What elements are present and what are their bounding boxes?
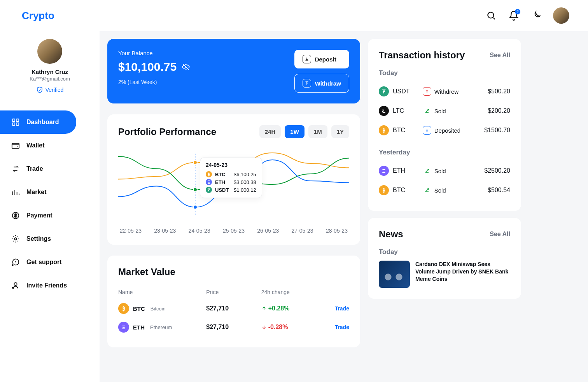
svg-rect-3 — [12, 123, 15, 125]
market-icon — [11, 187, 20, 197]
payment-icon — [11, 211, 20, 220]
shield-check-icon — [36, 86, 43, 93]
news-seeall[interactable]: See All — [490, 231, 510, 238]
tx-action-label: Sold — [434, 108, 446, 114]
transactions-card: Transaction history See All Today ₮USDT … — [368, 39, 521, 211]
notif-badge: 2 — [515, 9, 520, 14]
balance-amount: $10,100.75 — [118, 60, 177, 74]
sidebar-item-trade[interactable]: Trade — [0, 157, 100, 180]
xaxis-tick: 27-05-23 — [292, 228, 313, 234]
tooltip-row: ΞETH$3,000.38 — [206, 178, 256, 186]
search-icon[interactable] — [485, 10, 497, 21]
deposited-icon — [423, 126, 431, 135]
nav-label: Market — [26, 189, 47, 196]
xaxis-tick: 26-05-23 — [257, 228, 279, 234]
coin-name: Bitcoin — [150, 306, 166, 312]
wallet-icon — [11, 141, 20, 150]
tx-amount: $500.54 — [466, 187, 510, 194]
tx-amount: $500.20 — [466, 88, 510, 95]
tx-action-label: Sold — [434, 187, 446, 194]
profile-email: Ka***@gmail.com — [30, 76, 70, 82]
nav-label: Wallet — [26, 142, 45, 149]
xaxis-tick: 22-05-23 — [120, 228, 142, 234]
coin-icon: ₿ — [379, 125, 389, 135]
tx-symbol: ETH — [393, 167, 405, 174]
eye-off-icon[interactable] — [182, 63, 190, 71]
coin-symbol: BTC — [133, 305, 145, 312]
settings-icon — [11, 234, 20, 244]
sidebar-item-settings[interactable]: Settings — [0, 227, 100, 251]
range-tab-24h[interactable]: 24H — [259, 125, 281, 138]
nav-label: Get support — [26, 259, 62, 266]
transactions-seeall[interactable]: See All — [490, 52, 510, 59]
tx-symbol: BTC — [393, 187, 405, 194]
coin-change: +0.28% — [261, 305, 316, 312]
sidebar-item-dashboard[interactable]: Dashboard — [0, 110, 76, 134]
deposit-button[interactable]: Deposit — [294, 50, 349, 68]
tooltip-date: 24-05-23 — [206, 162, 256, 168]
svg-rect-4 — [16, 123, 19, 125]
brand-logo[interactable]: Crypto — [22, 10, 54, 22]
tx-group-label: Today — [379, 69, 510, 77]
news-card: News See All Today Cardano DEX Miniswap … — [368, 218, 521, 299]
upload-icon — [303, 79, 311, 88]
notifications-icon[interactable]: 2 — [508, 10, 520, 21]
balance-label: Your Balance — [118, 50, 190, 56]
coin-price: $27,710 — [206, 305, 261, 312]
tooltip-row: ₮USDT$1,000.12 — [206, 186, 256, 194]
range-tab-1y[interactable]: 1Y — [331, 125, 349, 138]
trade-icon — [11, 164, 20, 173]
invite-icon — [11, 281, 20, 290]
avatar[interactable] — [553, 7, 569, 24]
range-tab-1m[interactable]: 1M — [308, 125, 327, 138]
svg-point-0 — [488, 12, 494, 18]
transaction-row[interactable]: ₮USDT Withdrew $500.20 — [379, 82, 510, 101]
coin-price: $27,710 — [206, 324, 261, 331]
transaction-row[interactable]: ₿BTC Sold $500.54 — [379, 180, 510, 200]
coin-icon: Ł — [379, 106, 389, 116]
transactions-title: Transaction history — [379, 50, 465, 61]
tx-action-label: Withdrew — [434, 88, 459, 95]
theme-toggle-icon[interactable] — [530, 10, 542, 21]
verified-label: Verified — [46, 87, 64, 93]
withdraw-button[interactable]: Withdraw — [294, 74, 349, 93]
market-card: Market Value Name Price 24h change ₿BTCB… — [107, 256, 360, 347]
transaction-row[interactable]: ŁLTC Sold $200.20 — [379, 101, 510, 121]
sold-icon — [423, 166, 431, 175]
tx-amount: $200.20 — [466, 107, 510, 114]
tooltip-row: ₿BTC$6,100.25 — [206, 170, 256, 178]
sidebar-item-wallet[interactable]: Wallet — [0, 134, 100, 157]
nav-label: Dashboard — [26, 119, 59, 126]
sidebar-item-invite-friends[interactable]: Invite Friends — [0, 274, 100, 297]
sidebar-item-get-support[interactable]: Get support — [0, 251, 100, 274]
sidebar-item-payment[interactable]: Payment — [0, 204, 100, 227]
trade-link[interactable]: Trade — [316, 305, 349, 312]
coin-icon: ₿ — [118, 303, 129, 314]
col-price: Price — [206, 289, 261, 295]
svg-point-7 — [14, 238, 17, 240]
transaction-row[interactable]: ₿BTC Deposited $1500.70 — [379, 121, 510, 140]
coin-icon: Ξ — [118, 322, 129, 333]
tx-symbol: BTC — [393, 127, 405, 134]
tx-group-label: Yesterday — [379, 149, 510, 156]
col-name: Name — [118, 289, 206, 295]
sidebar-item-market[interactable]: Market — [0, 180, 100, 204]
trade-link[interactable]: Trade — [316, 324, 349, 330]
download-icon — [303, 55, 311, 63]
nav-label: Settings — [26, 235, 51, 242]
news-title: News — [379, 229, 403, 240]
withdraw-label: Withdraw — [315, 80, 341, 87]
svg-point-9 — [14, 283, 17, 286]
support-icon — [11, 258, 20, 267]
portfolio-card: Portfolio Performance 24H1W1M1Y 24-05-23… — [107, 114, 360, 245]
coin-dot-icon: Ξ — [206, 179, 212, 185]
transaction-row[interactable]: ΞETH Sold $2500.20 — [379, 161, 510, 180]
news-item[interactable]: Cardano DEX Miniswap Sees Volume Jump Dr… — [379, 261, 510, 288]
coin-symbol: ETH — [133, 324, 145, 331]
range-tab-1w[interactable]: 1W — [285, 125, 304, 138]
svg-rect-2 — [16, 119, 19, 121]
profile-avatar[interactable] — [37, 39, 62, 64]
market-title: Market Value — [118, 266, 349, 277]
svg-rect-5 — [12, 144, 19, 149]
xaxis-tick: 28-05-23 — [326, 228, 348, 234]
